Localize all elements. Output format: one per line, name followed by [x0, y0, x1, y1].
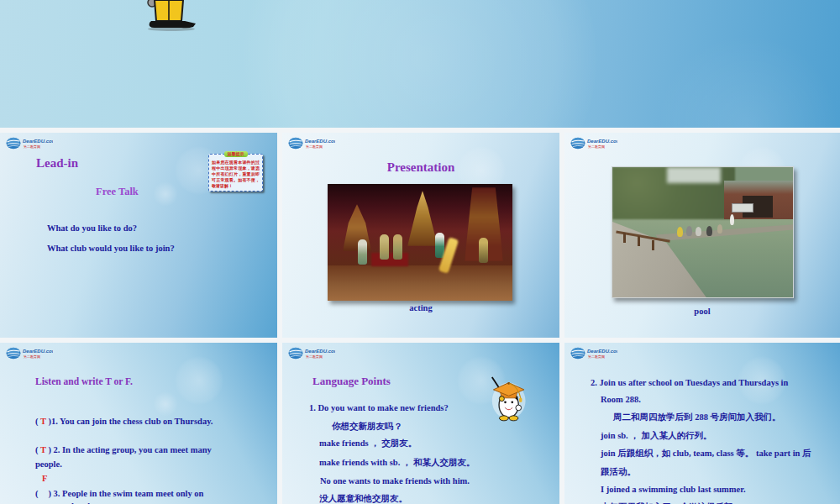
language-point-line: Room 288. — [601, 395, 641, 404]
slide-thumbnail-language-points[interactable]: Language Points 1. Do you want to make n… — [282, 343, 559, 504]
slide-title: Presentation — [282, 160, 559, 175]
background-glow — [244, 0, 596, 128]
language-point-line: 跟活动。 — [601, 466, 636, 478]
language-point-line: 周二和周四放学后到 288 号房间加入我们。 — [613, 412, 781, 423]
answer-letter: T — [40, 445, 46, 454]
question-line: What do you like to do? — [47, 223, 137, 233]
slide-thumbnail-join[interactable]: 2. Join us after school on Tuesdays and … — [564, 343, 840, 504]
cartoon-legs-icon — [139, 0, 198, 32]
slide-thumbnail-presentation[interactable]: Presentation acting — [282, 133, 559, 338]
language-point-line: 没人愿意和他交朋友。 — [319, 493, 407, 504]
tip-box-header: 温馨提示 — [224, 151, 248, 157]
language-point-line: 1. Do you want to make new friends? — [309, 403, 449, 412]
language-point-line: No one wants to make friends with him. — [320, 476, 470, 486]
answer-letter: F — [42, 474, 47, 483]
photo-caption: acting — [282, 303, 559, 312]
bubble-decoration — [153, 181, 178, 207]
answer-letter: T — [40, 417, 46, 426]
dearedu-logo — [288, 346, 335, 360]
slide-thumbnail-pool[interactable]: pool — [564, 133, 840, 338]
question-line: What club would you like to join? — [47, 244, 175, 253]
tf-question-cont: people. — [35, 459, 62, 469]
acting-stage-photo — [328, 184, 512, 301]
pool-photo — [612, 166, 794, 298]
dearedu-logo — [6, 136, 53, 150]
slide-subtitle: Free Talk — [96, 186, 139, 198]
language-point-line: make friends ， 交朋友。 — [319, 438, 417, 449]
egg-scholar-graduation-cap-icon — [486, 373, 529, 422]
language-point-line: 你想交新朋友吗？ — [332, 421, 402, 433]
slide-title: Listen and write T or F. — [35, 376, 133, 386]
language-point-line: join 后跟组织，如 club, team, class 等。 take pa… — [601, 448, 811, 459]
current-slide-partial — [0, 0, 840, 128]
slide-title: Lead-in — [36, 156, 78, 171]
bubble-decoration — [153, 391, 178, 417]
language-point-line: 2. Join us after school on Tuesdays and … — [591, 378, 788, 387]
language-point-line: join sb. ， 加入某人的行列。 — [601, 430, 711, 442]
tf-question: ( T )1. You can join the chess club on T… — [35, 417, 213, 426]
tf-question: ( T ) 2. In the acting group, you can me… — [35, 445, 212, 454]
slide-title: Language Points — [312, 375, 391, 388]
bubble-decoration — [175, 356, 223, 405]
dearedu-logo — [288, 136, 335, 150]
slide-thumbnail-listen[interactable]: Listen and write T or F. ( T )1. You can… — [0, 343, 277, 504]
photo-caption: pool — [564, 307, 840, 316]
tf-question: () 3. People in the swim team meet only … — [35, 489, 203, 498]
background-glow — [655, 34, 840, 128]
dearedu-logo — [6, 346, 53, 360]
slide-thumbnail-lead-in[interactable]: Lead-in Free Talk 温馨提示 如果您在观看本课件的过程中出现异常… — [0, 133, 277, 338]
dearedu-logo — [570, 136, 617, 150]
tip-box: 温馨提示 如果您在观看本课件的过程中出现异常现象，请选中所有幻灯片，重置后即可正… — [208, 154, 263, 192]
language-point-line: I joined a swimming club last summer. — [601, 485, 746, 494]
dearedu-logo — [570, 346, 617, 360]
language-point-line: make friends with sb. ， 和某人交朋友。 — [319, 457, 475, 469]
tip-box-body: 如果您在观看本课件的过程中出现异常现象，请选中所有幻灯片，重置后即可正常观看。如… — [212, 160, 260, 189]
